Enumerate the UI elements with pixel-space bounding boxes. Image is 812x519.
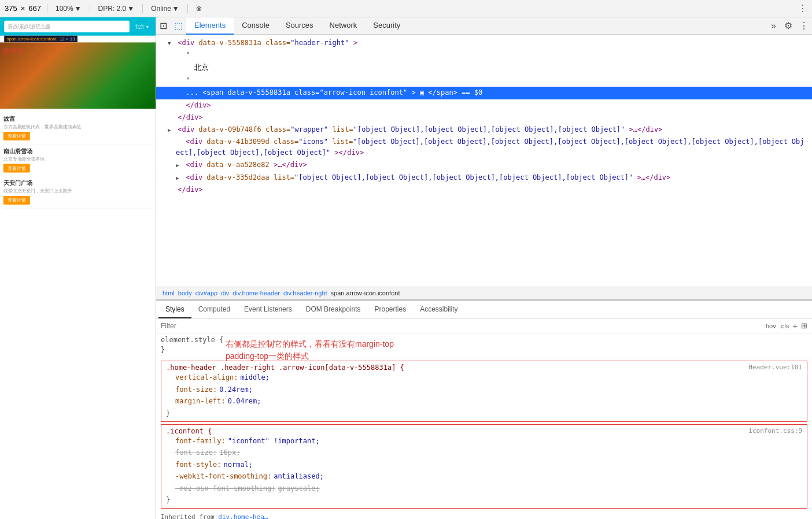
breadcrumb-home-header[interactable]: div.home-header bbox=[231, 290, 282, 296]
css-selector-2: .iconfont { bbox=[166, 427, 212, 435]
styles-content-wrapper: 右侧都是控制它的样式，看看有没有margin-top padding-top一类… bbox=[156, 333, 812, 519]
city-text: 北京 bbox=[135, 23, 145, 30]
breadcrumb-divapp[interactable]: div#app bbox=[194, 290, 220, 296]
css-rule-2-header: .iconfont { iconfont.css:9 bbox=[166, 427, 802, 435]
triangle-335[interactable] bbox=[176, 172, 182, 183]
tab-styles[interactable]: Styles bbox=[158, 301, 191, 318]
dom-line-335d2daa[interactable]: <div data-v-335d2daa list="[object Objec… bbox=[156, 172, 812, 184]
css-rule-element-style: element.style { } bbox=[156, 333, 812, 358]
dom-line-close-final[interactable]: </div> bbox=[156, 184, 812, 196]
dpr-button[interactable]: DPR: 2.0 ▼ bbox=[96, 3, 137, 14]
network-button[interactable]: Online ▼ bbox=[149, 3, 182, 14]
style-content[interactable]: element.style { } .home-header .header-r… bbox=[156, 333, 812, 519]
css-source-1[interactable]: Header.vue:101 bbox=[748, 364, 802, 372]
inspect-icon-button[interactable]: ⊡ bbox=[156, 20, 171, 31]
pseudo-filter[interactable]: :hov bbox=[764, 322, 776, 329]
inherited-from-link[interactable]: div.home-hea… bbox=[218, 513, 268, 519]
css-rule-1-header: .home-header .header-right .arrow-icon[d… bbox=[166, 364, 802, 372]
element-style-label: element.style { bbox=[161, 336, 223, 344]
throttle-button[interactable]: ⊗ bbox=[194, 3, 204, 14]
dom-panel[interactable]: <div data-v-5558831a class="header-right… bbox=[156, 35, 812, 287]
height-value: 667 bbox=[28, 4, 41, 13]
dom-line-close-div2[interactable]: </div> bbox=[156, 112, 812, 124]
breadcrumb-body[interactable]: body bbox=[176, 290, 194, 296]
dom-line-span-selected[interactable]: ... <span data-v-5558831a class="arrow-i… bbox=[156, 87, 812, 99]
separator4 bbox=[187, 4, 188, 13]
more-tabs-button[interactable]: » bbox=[766, 21, 781, 31]
card-btn-2[interactable]: 查看详情 bbox=[3, 164, 30, 172]
dom-line-header-right[interactable]: <div data-v-5558831a class="header-right… bbox=[156, 37, 812, 49]
card-title-2: 南山滑雪场 bbox=[3, 147, 153, 155]
css-prop-font-family: font-family: "iconfont" !important; bbox=[166, 435, 802, 447]
breadcrumb-html[interactable]: html bbox=[161, 290, 176, 296]
dom-line-aa528e82[interactable]: <div data-v-aa528e82 >…</div> bbox=[156, 159, 812, 171]
cls-filter[interactable]: .cls bbox=[780, 322, 789, 329]
separator bbox=[47, 4, 47, 13]
tab-event-listeners[interactable]: Event Listeners bbox=[237, 301, 299, 318]
search-bar[interactable]: 景点/景点/游玩主题 bbox=[4, 21, 130, 32]
css-prop-webkit-font-smoothing: -webkit-font-smoothing: antialiased; bbox=[166, 470, 802, 482]
top-toolbar: 375 × 667 100% ▼ DPR: 2.0 ▼ Online ▼ ⊗ ⋮ bbox=[0, 0, 812, 17]
triangle-header-right[interactable] bbox=[168, 38, 174, 49]
card-subtitle-3: 我爱北京天安门，天安门上太阳升 bbox=[3, 188, 153, 194]
tooltip-container: span.arrow-icon.iconfont 12 × 13 bbox=[0, 36, 156, 43]
css-source-2[interactable]: iconfont.css:9 bbox=[748, 427, 802, 435]
city-button[interactable]: 北京 ▼ bbox=[132, 21, 152, 32]
dom-line-beijing[interactable]: 北京 bbox=[156, 61, 812, 75]
dom-line-close-div1[interactable]: </div> bbox=[156, 99, 812, 112]
tab-properties[interactable]: Properties bbox=[367, 301, 413, 318]
css-selector-1: .home-header .header-right .arrow-icon[d… bbox=[166, 364, 404, 372]
tab-sources[interactable]: Sources bbox=[278, 17, 322, 35]
settings-button[interactable]: ⚙ bbox=[781, 20, 796, 31]
css-prop-font-size-1: font-size: 0.24rem; bbox=[166, 384, 802, 395]
card-btn-3[interactable]: 查看详情 bbox=[3, 196, 30, 205]
device-icon-button[interactable]: ⬚ bbox=[171, 20, 186, 31]
dom-line-text2[interactable]: " bbox=[156, 75, 812, 87]
breadcrumb-header-right[interactable]: div.header-right bbox=[282, 290, 329, 296]
css-prop-moz-font-smoothing: -moz-osx-font-smoothing: grayscale; bbox=[166, 483, 802, 494]
tab-console[interactable]: Console bbox=[234, 17, 278, 35]
css-prop-line-empty: } bbox=[161, 344, 807, 355]
arrow-icon: ▼ bbox=[145, 24, 149, 29]
tab-computed[interactable]: Computed bbox=[191, 301, 237, 318]
triangle-wrapper[interactable] bbox=[168, 124, 174, 135]
tab-dom-breakpoints[interactable]: DOM Breakpoints bbox=[299, 301, 368, 318]
banner-area: 选中它 → bbox=[0, 42, 156, 109]
inherited-from: Inherited from div.home-hea… bbox=[156, 511, 812, 519]
tab-network[interactable]: Network bbox=[322, 17, 366, 35]
tab-security[interactable]: Security bbox=[365, 17, 408, 35]
devtools-more-button[interactable]: ⋮ bbox=[796, 20, 812, 31]
card-item-2: 南山滑雪场 北京专业级滑雪圣地 查看详情 bbox=[3, 144, 153, 176]
style-filter-input[interactable] bbox=[161, 322, 761, 330]
tab-elements[interactable]: Elements bbox=[186, 17, 234, 35]
card-item-3: 天安门广场 我爱北京天安门，天安门上太阳升 查看详情 bbox=[3, 176, 153, 208]
tooltip-selector: span.arrow-icon.iconfont bbox=[7, 36, 57, 42]
css-close-brace-2: } bbox=[166, 494, 802, 506]
triangle-aa[interactable] bbox=[176, 160, 182, 170]
dom-line-icons[interactable]: <div data-v-41b3099d class="icons" list=… bbox=[156, 136, 812, 159]
style-filter-bar: :hov .cls + ⊞ bbox=[156, 318, 812, 333]
style-tabs: Styles Computed Event Listeners DOM Brea… bbox=[156, 301, 812, 318]
breadcrumb-bar: html body div#app div div.home-header di… bbox=[156, 287, 812, 299]
card-btn-1[interactable]: 查看详情 bbox=[3, 132, 30, 140]
toolbar-x: × bbox=[21, 4, 25, 13]
search-placeholder: 景点/景点/游玩主题 bbox=[8, 23, 50, 30]
breadcrumb-span-arrow[interactable]: span.arrow-icon.iconfont bbox=[329, 290, 402, 296]
add-style-button[interactable]: + bbox=[792, 321, 798, 331]
zoom-button[interactable]: 100% ▼ bbox=[53, 3, 84, 14]
width-value: 375 bbox=[5, 4, 17, 13]
split-layout: <div data-v-5558831a class="header-right… bbox=[156, 35, 812, 519]
tab-accessibility[interactable]: Accessibility bbox=[413, 301, 464, 318]
separator3 bbox=[142, 4, 143, 13]
css-rule-box-2: .iconfont { iconfont.css:9 font-family: … bbox=[161, 424, 807, 509]
breadcrumb-div[interactable]: div bbox=[219, 290, 231, 296]
dom-line-text1[interactable]: " bbox=[156, 49, 812, 61]
dom-line-wrapper[interactable]: <div data-v-09b748f6 class="wrapper" lis… bbox=[156, 124, 812, 136]
card-title-3: 天安门广场 bbox=[3, 180, 153, 187]
more-options[interactable]: ⋮ bbox=[798, 3, 807, 14]
right-panel-devtools: ⊡ ⬚ Elements Console Sources Network Sec… bbox=[156, 17, 812, 519]
css-prop-font-style: font-style: normal; bbox=[166, 459, 802, 470]
style-icon-button[interactable]: ⊞ bbox=[801, 321, 807, 330]
card-list: 故宫 东方宫殿建筑代表，世界宫殿建筑典范 查看详情 南山滑雪场 北京专业级滑雪圣… bbox=[0, 109, 156, 212]
card-subtitle-2: 北京专业级滑雪圣地 bbox=[3, 156, 153, 162]
